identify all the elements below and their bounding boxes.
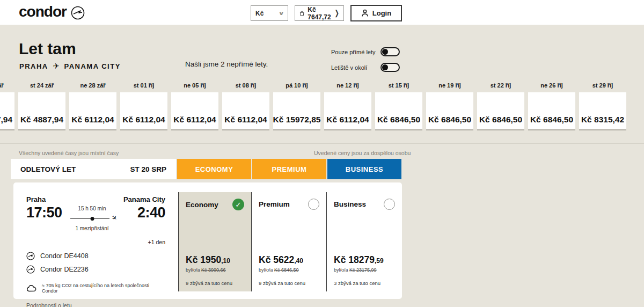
flight-details-link[interactable]: Podrobnosti o letu — [26, 302, 165, 307]
condor-logo[interactable]: condor — [19, 3, 85, 20]
cart-button[interactable]: Kč 7647,72 ❯ — [295, 5, 344, 21]
chevron-down-icon: ∨ — [278, 10, 284, 16]
flight-info-panel: Praha 17:50 15 h 50 min ✈ 1 mezipřistání… — [13, 182, 178, 299]
condor-bird-icon — [71, 6, 85, 20]
logo-wordmark: condor — [19, 3, 67, 20]
route-middle: 15 h 50 min ✈ 1 mezipřistání — [65, 195, 119, 231]
fare-was-price: byl/o/a Kč 6846,50 — [259, 267, 319, 273]
outbound-label: ODLETOVÝ LET — [20, 165, 76, 173]
route-track: ✈ — [69, 217, 115, 221]
date-option[interactable]: st 15 říj Kč 6846,50 — [375, 82, 422, 130]
bag-icon — [299, 10, 304, 17]
nearby-airports-label: Letiště v okolí — [331, 64, 367, 71]
nearby-airports-toggle-row: Letiště v okolí — [331, 63, 400, 72]
flight-duration: 15 h 50 min — [69, 206, 115, 211]
adult-prices-note: Uvedené ceny jsou za dospělou osobu — [314, 150, 398, 156]
fare-name: Premium — [259, 200, 290, 208]
flight-segments: Condor DE4408 Condor DE2236 — [26, 252, 165, 274]
departure-time: 17:50 — [26, 204, 65, 221]
stops-count: 1 mezipřistání — [69, 225, 115, 231]
co2-row: ≈ 705 kg CO2 na cestujícího na letech sp… — [26, 283, 165, 294]
currency-value: Kč — [255, 10, 264, 17]
departure-block: Praha 17:50 — [26, 195, 65, 231]
route-summary: PRAHA ✈ PANAMA CITY — [19, 62, 121, 70]
date-option[interactable]: ne 19 říj Kč 6846,50 — [426, 82, 473, 130]
fare-price: Kč 18279,59 — [334, 254, 395, 266]
date-option[interactable]: st 08 říj Kč 6112,04 — [222, 82, 269, 130]
fare-seats-note: 3 zbývá za tuto cenu — [334, 280, 395, 286]
plane-icon: ✈ — [109, 213, 119, 222]
page-title: Let tam — [19, 40, 76, 58]
flight-result-card: Praha 17:50 15 h 50 min ✈ 1 mezipřistání… — [13, 182, 402, 299]
day-offset: +1 den — [26, 239, 165, 245]
flight-results-page: condor Kč ∨ Kč 7647,72 ❯ — [0, 0, 644, 307]
date-option[interactable]: st 24 zář Kč 4887,94 — [18, 82, 65, 130]
plane-icon: ✈ — [53, 62, 60, 70]
toggle-knob — [382, 64, 388, 70]
arrival-city: Panama City — [119, 195, 165, 203]
fare-columns: Economy ✓ Kč 1950,10 byl/o/a Kč 3900,66 … — [178, 192, 402, 291]
origin-city: PRAHA — [19, 62, 48, 70]
date-option[interactable]: ne 26 říj Kč 6846,50 — [528, 82, 575, 130]
direct-flights-label: Pouze přímé lety — [331, 49, 376, 55]
header-controls: Kč ∨ Kč 7647,72 ❯ Login — [251, 5, 402, 21]
segment-flight-number: Condor DE4408 — [40, 252, 89, 260]
radio-unselected-icon[interactable] — [308, 199, 319, 210]
cart-amount: Kč 7647,72 — [308, 6, 331, 21]
direct-flights-toggle-row: Pouze přímé lety — [331, 47, 400, 56]
nearby-airports-toggle[interactable] — [380, 63, 400, 72]
fare-option-premium[interactable]: Premium Kč 5622,40 byl/o/a Kč 6846,50 9 … — [252, 192, 326, 291]
date-option[interactable]: ne 05 říj Kč 6112,04 — [171, 82, 218, 130]
fare-price: Kč 5622,40 — [259, 254, 319, 266]
currency-selector[interactable]: Kč ∨ — [251, 5, 288, 21]
user-icon — [361, 9, 369, 17]
date-option[interactable]: st 22 říj Kč 6846,50 — [477, 82, 524, 130]
section-divider — [0, 143, 644, 144]
results-count-text: Našli jsme 2 nepřímé lety. — [185, 60, 268, 68]
fare-option-business[interactable]: Business Kč 18279,59 byl/o/a Kč 23175,99… — [326, 192, 402, 291]
condor-roundel-icon — [26, 252, 35, 260]
arrival-time: 2:40 — [119, 204, 165, 221]
local-times-note: Všechny uvedené časy jsou místní časy — [19, 150, 119, 156]
arrival-block: Panama City 2:40 — [119, 195, 165, 231]
fare-name: Business — [334, 200, 366, 208]
top-header: condor Kč ∨ Kč 7647,72 ❯ — [0, 0, 644, 25]
login-button[interactable]: Login — [350, 5, 402, 21]
fare-seats-note: 9 zbývá za tuto cenu — [259, 280, 319, 286]
segment-row: Condor DE4408 — [26, 252, 165, 260]
date-option[interactable]: st 29 říj Kč 8315,42 — [579, 82, 626, 130]
selected-check-icon[interactable]: ✓ — [232, 199, 244, 210]
destination-city: PANAMA CITY — [64, 62, 120, 70]
condor-roundel-icon — [26, 265, 35, 274]
tab-economy[interactable]: ECONOMY — [177, 159, 251, 179]
date-option[interactable]: ne 12 říj Kč 6112,04 — [324, 82, 371, 130]
date-option[interactable]: pá 10 říj Kč 15972,85 — [273, 82, 320, 130]
outbound-flight-header: ODLETOVÝ LET ST 20 SRP — [11, 159, 176, 179]
co2-note: ≈ 705 kg CO2 na cestujícího na letech sp… — [42, 283, 165, 294]
login-label: Login — [372, 9, 391, 17]
outbound-date: ST 20 SRP — [130, 165, 166, 173]
departure-city: Praha — [26, 195, 65, 203]
cloud-icon — [26, 285, 37, 292]
tab-business[interactable]: BUSINESS — [327, 159, 401, 179]
date-option[interactable]: st 01 říj Kč 6112,04 — [120, 82, 167, 130]
tab-premium[interactable]: PREMIUM — [252, 159, 326, 179]
fare-price: Kč 1950,10 — [186, 254, 244, 266]
stopover-dot — [90, 217, 94, 221]
fare-tab-bar: ODLETOVÝ LET ST 20 SRP ECONOMY PREMIUM B… — [11, 159, 401, 179]
radio-unselected-icon[interactable] — [384, 199, 395, 210]
fare-name: Economy — [186, 201, 218, 209]
fare-was-price: byl/o/a Kč 3900,66 — [186, 267, 244, 273]
fare-was-price: byl/o/a Kč 23175,99 — [334, 267, 395, 273]
date-option[interactable]: ne 21 zář Kč 4887,94 — [0, 82, 14, 130]
fare-seats-note: 9 zbývá za tuto cenu — [186, 280, 244, 286]
date-price-strip: ne 21 zář Kč 4887,94 st 24 zář Kč 4887,9… — [0, 82, 626, 130]
fare-option-economy[interactable]: Economy ✓ Kč 1950,10 byl/o/a Kč 3900,66 … — [178, 192, 252, 291]
segment-row: Condor DE2236 — [26, 265, 165, 274]
segment-flight-number: Condor DE2236 — [40, 266, 89, 273]
direct-flights-toggle[interactable] — [380, 47, 400, 56]
toggle-knob — [382, 49, 388, 55]
date-option[interactable]: ne 28 zář Kč 6112,04 — [69, 82, 116, 130]
chevron-right-icon: ❯ — [335, 9, 339, 17]
